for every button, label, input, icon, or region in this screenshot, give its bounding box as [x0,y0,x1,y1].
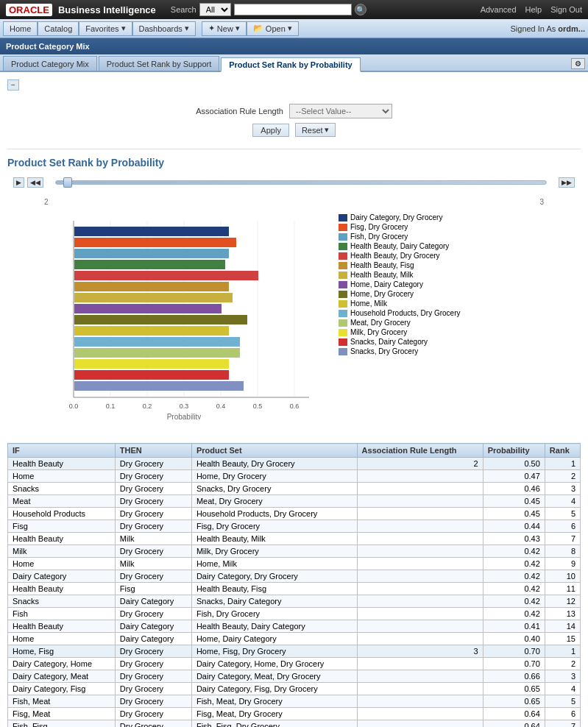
table-row: Health Beauty Fisg Health Beauty, Fisg 0… [8,583,581,595]
cell-if: Dairy Category, Fisg [8,683,116,695]
cell-rule-length [357,495,483,508]
cell-rank: 7 [545,720,580,728]
tabs-settings-button[interactable]: ⚙ [571,58,585,69]
legend-item-dairy-dry-grocery: Dairy Category, Dry Grocery [339,213,461,221]
section-title: Product Set Rank by Probability [7,157,581,169]
cell-probability: 0.44 [483,520,545,533]
search-input[interactable] [234,4,352,15]
cell-rule-length [357,633,483,645]
table-row: Fish Dry Grocery Fish, Dry Grocery 0.42 … [8,608,581,620]
cell-rank: 8 [545,545,580,558]
cell-if: Health Beauty [8,533,116,545]
slider-back-button[interactable]: ◀◀ [27,177,43,188]
cell-then: Fisg [115,583,191,595]
sign-out-link[interactable]: Sign Out [550,5,582,14]
cell-rank: 3 [545,483,580,495]
cell-then: Dry Grocery [115,520,191,533]
table-row: Home Dairy Category Home, Dairy Category… [8,633,581,645]
filter-select[interactable]: --Select Value-- [289,104,392,118]
new-button[interactable]: ✦ New ▾ [202,21,247,36]
col-header-rule-length: Association Rule Length [357,444,483,458]
chart-area: 0.0 0.1 0.2 0.3 0.4 0.5 0.6 Probability [7,206,581,428]
table-row: Fisg Dry Grocery Fisg, Dry Grocery 0.44 … [8,520,581,533]
svg-text:0.5: 0.5 [253,402,263,410]
cell-if: Health Beauty [8,583,116,595]
table-row: Dairy Category, Meat Dry Grocery Dairy C… [8,670,581,683]
nav-bar: Home Catalog Favorites ▾ Dashboards ▾ ✦ … [0,19,588,38]
cell-probability: 0.46 [483,483,545,495]
slider-handle[interactable] [63,177,72,188]
svg-rect-26 [74,337,240,347]
svg-text:0.4: 0.4 [216,402,226,410]
advanced-link[interactable]: Advanced [481,5,517,14]
reset-button[interactable]: Reset ▾ [295,123,336,137]
cell-then: Milk [115,533,191,545]
filter-label: Association Rule Length [196,107,283,116]
dashboards-button[interactable]: Dashboards ▾ [132,21,196,36]
cell-rule-length [357,708,483,720]
open-button[interactable]: 📂 Open ▾ [247,21,299,36]
search-scope-select[interactable]: All [199,3,231,16]
legend-color-fish-dry-grocery [339,233,347,241]
favorites-button[interactable]: Favorites ▾ [79,21,132,36]
tab-product-set-rank-probability[interactable]: Product Set Rank by Probability [221,57,360,72]
legend-color-snacks-dairy [339,338,347,346]
cell-rank: 1 [545,645,580,658]
cell-probability: 0.42 [483,558,545,570]
tabs-bar: Product Category Mix Product Set Rank by… [0,54,588,72]
table-row: Health Beauty Dairy Category Health Beau… [8,620,581,633]
home-button[interactable]: Home [3,21,38,36]
cell-product-set: Fish, Dry Grocery [191,608,357,620]
svg-text:0.3: 0.3 [180,402,189,410]
slider-forward-button[interactable]: ▶▶ [559,177,575,188]
svg-rect-28 [74,359,229,369]
cell-rule-length [357,483,483,495]
search-label: Search [171,5,196,14]
svg-rect-23 [74,304,222,313]
help-link[interactable]: Help [525,5,542,14]
cell-if: Milk [8,545,116,558]
svg-rect-16 [74,227,229,236]
cell-probability: 0.47 [483,470,545,483]
table-row: Home Dry Grocery Home, Dry Grocery 0.47 … [8,470,581,483]
cell-rank: 6 [545,708,580,720]
legend-color-home-dairy [339,281,347,288]
cell-if: Home [8,470,116,483]
cell-product-set: Household Products, Dry Grocery [191,508,357,520]
cell-then: Dry Grocery [115,483,191,495]
cell-probability: 0.65 [483,695,545,708]
tab-product-set-rank-support[interactable]: Product Set Rank by Support [99,56,219,71]
cell-rule-length [357,720,483,728]
cell-then: Dairy Category [115,620,191,633]
cell-if: Dairy Category, Home [8,658,116,670]
svg-rect-25 [74,326,229,336]
table-row: Fisg, Meat Dry Grocery Fisg, Meat, Dry G… [8,708,581,720]
tab-product-category-mix[interactable]: Product Category Mix [3,56,97,71]
oracle-logo: ORACLE [6,4,52,16]
col-header-rank: Rank [545,444,580,458]
slider-track[interactable] [55,180,547,185]
collapse-button[interactable]: − [7,79,19,91]
bar-chart-svg: 0.0 0.1 0.2 0.3 0.4 0.5 0.6 Probability [15,213,324,419]
chart-legend: Dairy Category, Dry Grocery Fisg, Dry Gr… [339,213,461,421]
svg-rect-29 [74,370,229,380]
table-row: Dairy Category, Fisg Dry Grocery Dairy C… [8,683,581,695]
filter-area: Association Rule Length --Select Value--… [7,96,581,149]
cell-then: Dry Grocery [115,458,191,470]
cell-rank: 2 [545,470,580,483]
legend-item-hb-dairy: Health Beauty, Dairy Category [339,242,461,250]
legend-item-fisg-dry-grocery: Fisg, Dry Grocery [339,223,461,231]
catalog-button[interactable]: Catalog [38,21,79,36]
slider-play-button[interactable]: ▶ [13,177,24,188]
cell-rank: 5 [545,508,580,520]
cell-rank: 4 [545,683,580,695]
search-button[interactable]: 🔍 [355,4,366,15]
svg-rect-30 [74,381,244,391]
legend-item-snacks-dairy: Snacks, Dairy Category [339,338,461,346]
cell-product-set: Snacks, Dairy Category [191,595,357,608]
cell-product-set: Home, Milk [191,558,357,570]
legend-item-meat-dry-grocery: Meat, Dry Grocery [339,319,461,327]
cell-rule-length [357,533,483,545]
cell-rank: 5 [545,695,580,708]
apply-button[interactable]: Apply [252,124,289,137]
